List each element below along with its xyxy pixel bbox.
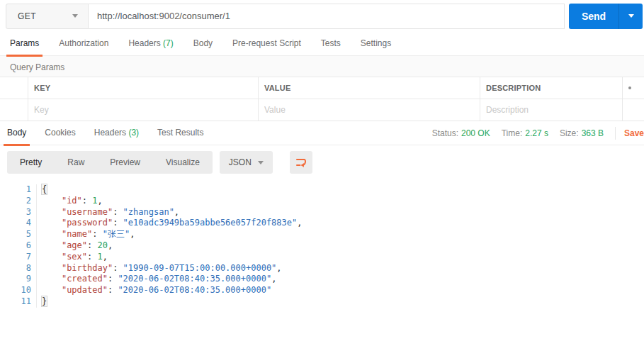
column-header-value: VALUE xyxy=(259,77,480,99)
wrap-text-button[interactable] xyxy=(290,151,312,174)
code-text: } xyxy=(36,296,47,308)
line-number: 2 xyxy=(0,196,31,207)
view-tab-visualize[interactable]: Visualize xyxy=(153,151,213,174)
line-number: 6 xyxy=(0,240,31,252)
code-text: "username": "zhangsan", xyxy=(36,207,179,218)
line-number: 10 xyxy=(0,285,31,296)
query-params-table: KEY VALUE DESCRIPTION xyxy=(0,77,644,121)
wrap-text-icon xyxy=(295,156,307,169)
response-tab-test-results[interactable]: Test Results xyxy=(157,121,203,145)
meta-label: Size: xyxy=(560,128,579,138)
row-handle-cell xyxy=(0,77,28,99)
response-meta: Status:200 OKTime:2.27 sSize:363 B Save xyxy=(432,121,644,145)
code-line: 3 "username": "zhangsan", xyxy=(0,207,644,218)
tab-label: Test Results xyxy=(157,128,203,138)
view-tab-preview[interactable]: Preview xyxy=(97,151,153,174)
code-line: 8 "birthday": "1990-09-07T15:00:00.000+0… xyxy=(0,263,644,274)
line-number: 9 xyxy=(0,274,31,285)
language-select[interactable]: JSON xyxy=(220,151,273,174)
code-line: 11} xyxy=(0,296,644,308)
response-body[interactable]: 1{2 "id": 1,3 "username": "zhangsan",4 "… xyxy=(0,179,644,308)
response-tabs: BodyCookiesHeaders (3)Test Results xyxy=(7,121,222,145)
tab-params[interactable]: Params xyxy=(10,32,39,56)
tab-label: Pre-request Script xyxy=(232,38,301,48)
column-header-key: KEY xyxy=(28,77,259,99)
tab-tests[interactable]: Tests xyxy=(321,32,341,56)
meta-value: 363 B xyxy=(582,128,604,138)
view-tab-pretty[interactable]: Pretty xyxy=(7,151,55,174)
code-line: 9 "created": "2020-06-02T08:40:35.000+00… xyxy=(0,274,644,285)
tab-count: (7) xyxy=(161,38,174,48)
view-tab-raw[interactable]: Raw xyxy=(55,151,97,174)
code-text: "updated": "2020-06-02T08:40:35.000+0000… xyxy=(36,285,271,296)
meta-label: Time: xyxy=(502,128,523,138)
tab-label: Params xyxy=(10,38,39,48)
code-line: 6 "age": 20, xyxy=(0,240,644,252)
param-value-input[interactable] xyxy=(259,105,480,115)
meta-divider xyxy=(615,127,616,140)
tab-authorization[interactable]: Authorization xyxy=(59,32,108,56)
params-menu-cell xyxy=(623,99,644,121)
row-handle-cell xyxy=(0,99,28,121)
send-button[interactable]: Send xyxy=(569,4,618,29)
response-view-switcher: PrettyRawPreviewVisualize xyxy=(7,151,213,174)
query-params-input-row xyxy=(0,99,644,121)
response-toolbar: PrettyRawPreviewVisualize JSON xyxy=(0,145,644,179)
language-label: JSON xyxy=(229,157,252,167)
code-line: 5 "name": "张三", xyxy=(0,229,644,240)
line-number: 3 xyxy=(0,207,31,218)
line-number: 1 xyxy=(0,184,31,196)
column-header-description: DESCRIPTION xyxy=(480,77,623,99)
params-menu-cell xyxy=(623,77,644,99)
meta-value: 200 OK xyxy=(461,128,490,138)
chevron-down-icon xyxy=(628,14,634,18)
send-options-button[interactable] xyxy=(618,4,643,29)
method-select[interactable]: GET xyxy=(6,4,89,29)
code-text: { xyxy=(36,184,47,196)
tab-label: Authorization xyxy=(59,38,108,48)
code-text: "age": 20, xyxy=(36,240,113,252)
tab-pre-request-script[interactable]: Pre-request Script xyxy=(232,32,301,56)
more-options-dot-icon[interactable] xyxy=(628,86,631,89)
line-number: 4 xyxy=(0,218,31,229)
tab-label: Headers xyxy=(128,38,160,48)
code-line: 7 "sex": 1, xyxy=(0,252,644,263)
tab-count: (3) xyxy=(126,128,139,138)
tab-label: Settings xyxy=(361,38,391,48)
chevron-down-icon xyxy=(258,161,264,164)
send-button-group: Send xyxy=(569,4,643,29)
query-params-heading: Query Params xyxy=(0,56,644,77)
response-tab-body[interactable]: Body xyxy=(7,121,26,145)
tab-headers[interactable]: Headers (7) xyxy=(128,32,173,56)
tab-label: Tests xyxy=(321,38,341,48)
tab-label: Body xyxy=(7,128,26,138)
request-url-bar: GET Send xyxy=(0,0,644,32)
response-tab-headers[interactable]: Headers (3) xyxy=(94,121,139,145)
response-tab-cookies[interactable]: Cookies xyxy=(45,121,75,145)
line-number: 7 xyxy=(0,252,31,263)
meta-value: 2.27 s xyxy=(525,128,548,138)
code-line: 4 "password": "e10adc3949ba59abbe56e057f… xyxy=(0,218,644,229)
method-label: GET xyxy=(18,11,36,21)
code-text: "birthday": "1990-09-07T15:00:00.000+000… xyxy=(36,263,282,274)
chevron-down-icon xyxy=(72,14,78,18)
query-params-header-row: KEY VALUE DESCRIPTION xyxy=(0,77,644,99)
code-text: "sex": 1, xyxy=(36,252,108,263)
tab-body[interactable]: Body xyxy=(193,32,213,56)
query-params-section: Query Params KEY VALUE DESCRIPTION xyxy=(0,56,644,121)
tab-label: Headers xyxy=(94,128,126,138)
response-tabs-row: BodyCookiesHeaders (3)Test Results Statu… xyxy=(0,121,644,145)
code-line: 10 "updated": "2020-06-02T08:40:35.000+0… xyxy=(0,285,644,296)
tab-settings[interactable]: Settings xyxy=(361,32,391,56)
save-response-button[interactable]: Save xyxy=(624,128,644,138)
param-key-input[interactable] xyxy=(28,105,258,115)
response-meta-items: Status:200 OKTime:2.27 sSize:363 B xyxy=(432,128,615,138)
code-text: "created": "2020-06-02T08:40:35.000+0000… xyxy=(36,274,276,285)
line-number: 11 xyxy=(0,296,31,308)
line-number: 8 xyxy=(0,263,31,274)
url-input[interactable] xyxy=(89,4,565,29)
param-description-input[interactable] xyxy=(480,105,622,115)
tab-label: Cookies xyxy=(45,128,75,138)
code-line: 2 "id": 1, xyxy=(0,196,644,207)
line-number: 5 xyxy=(0,229,31,240)
